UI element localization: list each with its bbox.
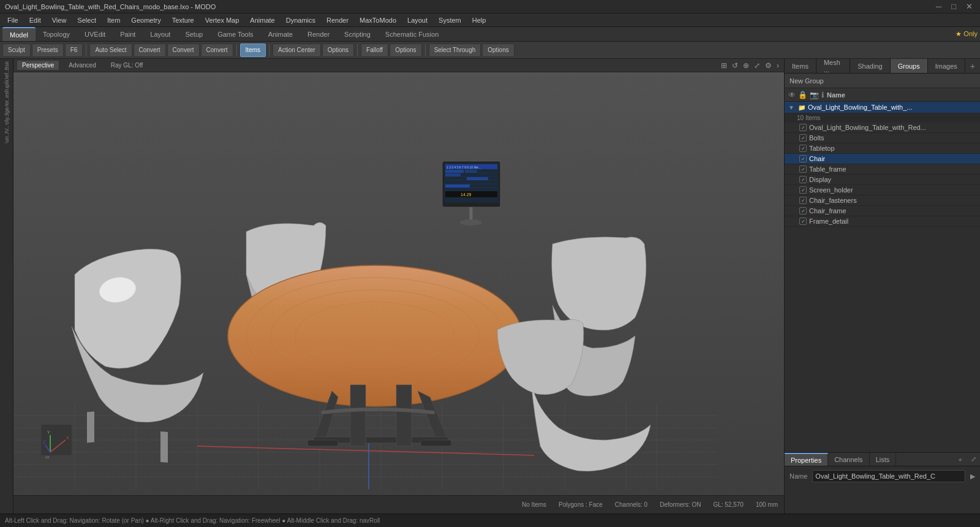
lock-icon[interactable]: 🔒	[798, 91, 807, 99]
child-item-chair_fasteners[interactable]: ✓Chair_fasteners	[785, 195, 980, 206]
menu-item-geometry[interactable]: Geometry	[126, 15, 165, 25]
vp-tab-raygl[interactable]: Ray GL: Off	[106, 61, 148, 70]
props-tab-properties[interactable]: Properties	[785, 453, 828, 466]
tab-schematic-fusion[interactable]: Schematic Fusion	[378, 27, 446, 41]
props-tab-channels[interactable]: Channels	[828, 453, 869, 466]
menu-item-texture[interactable]: Texture	[167, 15, 199, 25]
child-item-frame_detail[interactable]: ✓Frame_detail	[785, 216, 980, 227]
convert1-button[interactable]: Convert	[134, 44, 166, 57]
tab-animate[interactable]: Animate	[261, 27, 300, 41]
vp-icon-zoom[interactable]: ⊕	[742, 61, 750, 70]
minimize-button[interactable]: ─	[933, 2, 944, 11]
menu-item-animate[interactable]: Animate	[245, 15, 279, 25]
viewport[interactable]: Perspective Advanced Ray GL: Off ⊞ ↺ ⊕ ⤢…	[13, 59, 784, 514]
vp-tab-advanced[interactable]: Advanced	[64, 61, 100, 70]
props-expand-button[interactable]: ⤢	[967, 455, 980, 463]
menu-item-file[interactable]: File	[2, 15, 23, 25]
menu-item-vertex-map[interactable]: Vertex Map	[200, 15, 244, 25]
left-tool-uv---[interactable]: UV...	[1, 126, 12, 134]
left-tool-duplic---[interactable]: Duplic...	[1, 80, 12, 88]
child-item-display[interactable]: ✓Display	[785, 175, 980, 185]
vp-icon-refresh[interactable]: ↺	[731, 61, 739, 70]
props-tab-lists[interactable]: Lists	[870, 453, 897, 466]
left-tool-edge---[interactable]: Edge...	[1, 107, 12, 116]
tab-game-tools[interactable]: Game Tools	[210, 27, 261, 41]
vp-icon-chevron[interactable]: ›	[775, 61, 780, 70]
menu-item-select[interactable]: Select	[72, 15, 101, 25]
child-item-screen_holder[interactable]: ✓Screen_holder	[785, 185, 980, 195]
right-tab-add-button[interactable]: +	[965, 61, 980, 71]
auto-select-button[interactable]: Auto Select	[89, 44, 132, 57]
child-checkbox[interactable]: ✓	[799, 145, 807, 152]
left-tool-ver---[interactable]: Ver...	[1, 98, 12, 107]
menu-item-help[interactable]: Help	[467, 15, 491, 25]
menu-item-layout[interactable]: Layout	[402, 15, 432, 25]
child-checkbox[interactable]: ✓	[799, 186, 807, 194]
left-tool-poly---[interactable]: Poly...	[1, 116, 12, 125]
tab-layout[interactable]: Layout	[143, 27, 178, 41]
child-item-chair_frame[interactable]: ✓Chair_frame	[785, 206, 980, 216]
child-checkbox[interactable]: ✓	[799, 176, 807, 183]
child-item-oval_light_bowling_table_with_red---[interactable]: ✓Oval_Light_Bowling_Table_with_Red...	[785, 123, 980, 133]
menu-item-render[interactable]: Render	[322, 15, 353, 25]
vp-icon-settings[interactable]: ⚙	[764, 61, 773, 70]
presets-button[interactable]: Presets	[32, 44, 64, 57]
action-center-button[interactable]: Action Center	[273, 44, 321, 57]
right-tab-images[interactable]: Images	[928, 59, 965, 73]
menu-item-dynamics[interactable]: Dynamics	[281, 15, 320, 25]
info-icon[interactable]: ℹ	[821, 91, 824, 99]
right-tab-groups[interactable]: Groups	[891, 59, 928, 73]
name-value[interactable]: Oval_Light_Bowling_Table_with_Red_C	[812, 470, 965, 482]
groups-content[interactable]: New Group 👁 🔒 📷 ℹ Name ▼ 📁 Oval_Light_Bo…	[785, 74, 980, 452]
props-arrow-btn[interactable]: ▶	[970, 472, 975, 480]
items-button[interactable]: Items	[240, 44, 266, 57]
right-tab-mesh-...[interactable]: Mesh ...	[816, 59, 850, 73]
new-group-button[interactable]: New Group	[785, 74, 980, 88]
child-checkbox[interactable]: ✓	[799, 197, 807, 204]
options3-button[interactable]: Options	[482, 44, 514, 57]
child-checkbox[interactable]: ✓	[799, 218, 807, 225]
menu-item-maxtomodo[interactable]: MaxToModo	[355, 15, 401, 25]
tab-scripting[interactable]: Scripting	[337, 27, 378, 41]
convert2-button[interactable]: Convert	[167, 44, 200, 57]
child-item-table_frame[interactable]: ✓Table_frame	[785, 164, 980, 175]
child-item-tabletop[interactable]: ✓Tabletop	[785, 143, 980, 154]
child-checkbox[interactable]: ✓	[799, 134, 807, 142]
f6-button[interactable]: F6	[65, 44, 83, 57]
convert3-button[interactable]: Convert	[201, 44, 233, 57]
right-tab-shading[interactable]: Shading	[850, 59, 890, 73]
child-checkbox[interactable]: ✓	[799, 207, 807, 214]
menu-item-system[interactable]: System	[434, 15, 466, 25]
tab-setup[interactable]: Setup	[178, 27, 210, 41]
menu-item-edit[interactable]: Edit	[24, 15, 46, 25]
tab-paint[interactable]: Paint	[113, 27, 143, 41]
falloff-button[interactable]: Falloff	[361, 44, 388, 57]
left-tool-bsic[interactable]: Bsic	[1, 61, 12, 70]
render-icon[interactable]: 📷	[810, 91, 819, 99]
right-tab-items[interactable]: Items	[785, 59, 816, 73]
select-through-button[interactable]: Select Through	[429, 44, 481, 57]
options2-button[interactable]: Options	[390, 44, 421, 57]
child-item-chair[interactable]: ✓Chair	[785, 154, 980, 164]
left-tool-def---[interactable]: Def...	[1, 70, 12, 79]
vp-icon-layout[interactable]: ⊞	[720, 61, 728, 70]
child-checkbox[interactable]: ✓	[799, 124, 807, 131]
eye-icon[interactable]: 👁	[788, 91, 796, 99]
sculpt-button[interactable]: Sculpt	[2, 44, 31, 57]
scene-area[interactable]: 1 2 3 4 5 6 7 8 9 10 We... 14.29	[13, 72, 784, 495]
star-only-label[interactable]: ★ Only	[956, 30, 978, 38]
left-tool-fun---[interactable]: Fun...	[1, 135, 12, 143]
menu-item-item[interactable]: Item	[102, 15, 125, 25]
tab-model[interactable]: Model	[2, 27, 36, 41]
maximize-button[interactable]: □	[949, 2, 959, 11]
vp-icon-expand[interactable]: ⤢	[753, 61, 761, 70]
options1-button[interactable]: Options	[322, 44, 354, 57]
child-checkbox[interactable]: ✓	[799, 165, 807, 173]
child-checkbox[interactable]: ✓	[799, 155, 807, 162]
tab-render[interactable]: Render	[300, 27, 337, 41]
child-item-bolts[interactable]: ✓Bolts	[785, 133, 980, 143]
group-item-main[interactable]: ▼ 📁 Oval_Light_Bowling_Table_with_...	[785, 102, 980, 113]
menu-item-view[interactable]: View	[47, 15, 72, 25]
props-add-button[interactable]: +	[954, 456, 967, 463]
expand-arrow-icon[interactable]: ▼	[788, 104, 794, 111]
